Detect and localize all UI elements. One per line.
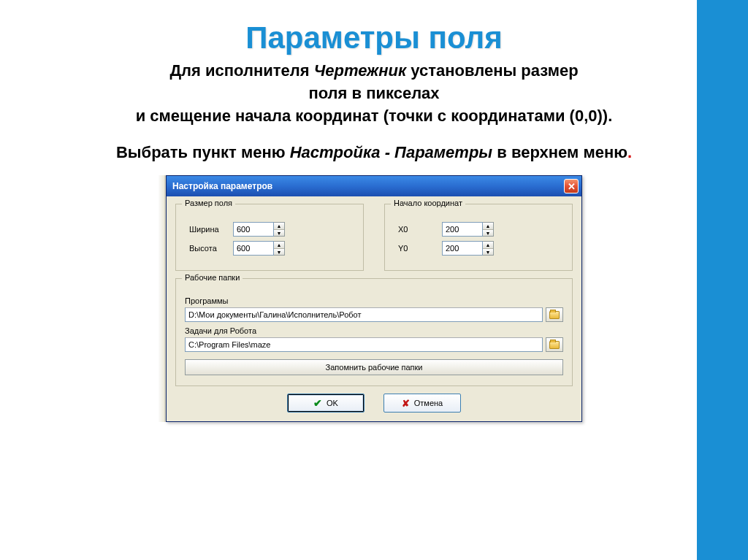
height-input[interactable] (233, 241, 274, 256)
ok-button-label: OK (327, 399, 338, 407)
folder-icon (549, 311, 560, 319)
height-spin-up[interactable]: ▲ (274, 242, 284, 249)
dialog-title: Настройка параметров (172, 181, 564, 191)
tasks-path-input[interactable] (185, 337, 543, 352)
x0-spin-down[interactable]: ▼ (483, 230, 493, 237)
close-icon: ✕ (568, 181, 576, 192)
y0-input[interactable] (442, 241, 483, 256)
width-spin-up[interactable]: ▲ (274, 223, 284, 230)
x0-spin-up[interactable]: ▲ (483, 223, 493, 230)
close-button[interactable]: ✕ (564, 179, 579, 193)
tasks-browse-button[interactable] (546, 337, 563, 352)
y0-label: Y0 (394, 244, 435, 253)
width-spinner[interactable]: ▲ ▼ (233, 222, 285, 237)
folder-icon (549, 341, 560, 349)
height-spinner[interactable]: ▲ ▼ (233, 241, 285, 256)
settings-dialog: Настройка параметров ✕ Размер поля Ширин… (166, 175, 582, 422)
width-input[interactable] (233, 222, 274, 237)
slide-instruction: Выбрать пункт меню Настройка - Параметры… (0, 143, 748, 162)
tasks-label: Задачи для Робота (185, 326, 563, 335)
ok-button[interactable]: ✔ OK (287, 394, 365, 413)
height-label: Высота (185, 244, 226, 253)
slide-description: Для исполнителя Чертежник установлены ра… (0, 60, 748, 127)
x0-spinner[interactable]: ▲ ▼ (442, 222, 494, 237)
programs-path-input[interactable] (185, 307, 543, 322)
cancel-button[interactable]: ✘ Отмена (383, 394, 461, 413)
x0-label: X0 (394, 225, 435, 234)
programs-browse-button[interactable] (546, 307, 563, 322)
field-size-legend: Размер поля (182, 199, 235, 207)
check-icon: ✔ (313, 397, 322, 409)
y0-spinner[interactable]: ▲ ▼ (442, 241, 494, 256)
slide-title: Параметры поля (0, 20, 748, 55)
width-label: Ширина (185, 225, 226, 234)
work-folders-group: Рабочие папки Программы Задачи для Робот… (175, 278, 573, 386)
x0-input[interactable] (442, 222, 483, 237)
dialog-screenshot: Настройка параметров ✕ Размер поля Ширин… (166, 175, 582, 422)
remember-folders-button[interactable]: Запомнить рабочие папки (185, 359, 563, 375)
y0-spin-down[interactable]: ▼ (483, 249, 493, 256)
origin-legend: Начало координат (391, 199, 465, 207)
dialog-titlebar[interactable]: Настройка параметров ✕ (167, 176, 581, 196)
x-icon: ✘ (402, 398, 410, 409)
cancel-button-label: Отмена (414, 399, 443, 407)
field-size-group: Размер поля Ширина ▲ ▼ Высота (175, 204, 364, 271)
width-spin-down[interactable]: ▼ (274, 230, 284, 237)
y0-spin-up[interactable]: ▲ (483, 242, 493, 249)
work-folders-legend: Рабочие папки (182, 273, 243, 282)
slide-accent-bar (697, 0, 748, 560)
parent-window-edge (159, 175, 166, 422)
programs-label: Программы (185, 296, 563, 305)
height-spin-down[interactable]: ▼ (274, 249, 284, 256)
origin-group: Начало координат X0 ▲ ▼ Y0 (384, 204, 573, 271)
